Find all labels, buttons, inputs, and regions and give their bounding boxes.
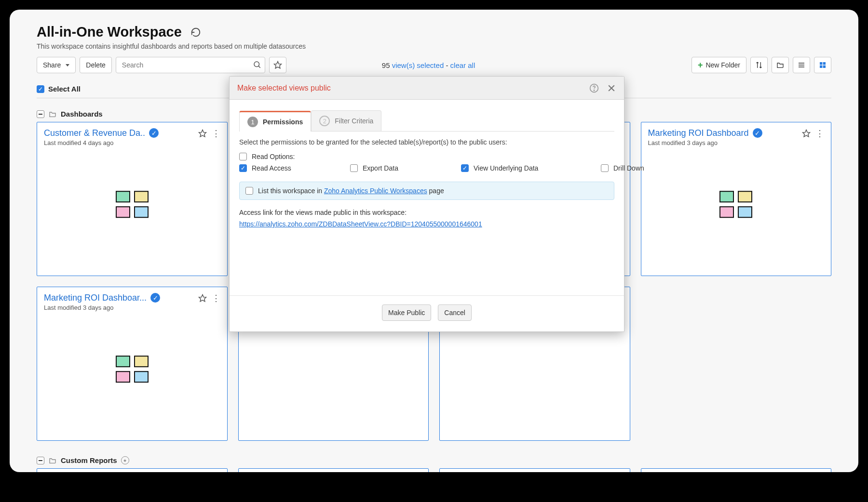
sort-button[interactable] xyxy=(750,57,768,73)
more-icon[interactable]: ⋮ xyxy=(212,128,220,139)
report-card[interactable] xyxy=(37,468,228,472)
card-modified: Last modified 4 days ago xyxy=(44,139,145,146)
cancel-button[interactable]: Cancel xyxy=(438,304,472,321)
svg-marker-2 xyxy=(274,62,281,68)
new-folder-button[interactable]: + New Folder xyxy=(692,57,746,73)
callout-text: List this workspace in Zoho Analytics Pu… xyxy=(258,187,444,195)
favorite-button[interactable] xyxy=(269,57,286,73)
svg-rect-8 xyxy=(820,66,822,68)
step-1-icon: 1 xyxy=(247,117,258,127)
report-card[interactable] xyxy=(238,468,429,472)
svg-marker-11 xyxy=(803,130,810,137)
dashboard-card[interactable]: Marketing ROI Dashboard Last modified 3 … xyxy=(641,122,832,276)
selection-count: 95 xyxy=(382,61,390,69)
drill-down-label: Drill Down xyxy=(613,164,644,172)
dashboard-thumbnail xyxy=(116,191,149,218)
folder-icon xyxy=(48,110,57,118)
dashboard-card[interactable]: Customer & Revenue Da.. Last modified 4 … xyxy=(37,122,228,276)
dashboard-thumbnail xyxy=(719,191,752,218)
star-icon[interactable] xyxy=(198,294,207,303)
tab-permissions[interactable]: 1 Permissions xyxy=(239,111,311,132)
selection-summary: 95 view(s) selected - clear all xyxy=(382,61,475,69)
star-icon[interactable] xyxy=(802,129,811,138)
dialog-title: Make selected views public xyxy=(237,84,331,92)
svg-rect-7 xyxy=(823,62,826,65)
report-card[interactable] xyxy=(439,468,630,472)
share-label: Share xyxy=(43,61,61,69)
page-subtitle: This workspace contains insightful dashb… xyxy=(37,42,831,50)
more-icon[interactable]: ⋮ xyxy=(815,128,824,139)
tab-filter-criteria[interactable]: 2 Filter Criteria xyxy=(311,110,381,131)
card-title[interactable]: Customer & Revenue Da.. xyxy=(44,128,145,138)
access-link[interactable]: https://analytics.zoho.com/ZDBDataSheetV… xyxy=(239,220,482,228)
make-public-dialog: Make selected views public 1 Permissions… xyxy=(229,76,624,332)
report-card[interactable] xyxy=(641,468,832,472)
views-selected-link[interactable]: view(s) selected xyxy=(392,61,444,69)
delete-button[interactable]: Delete xyxy=(80,57,111,73)
collapse-reports-toggle[interactable] xyxy=(37,457,44,464)
card-title[interactable]: Marketing ROI Dashboard xyxy=(648,128,749,138)
dashboard-thumbnail xyxy=(116,356,149,383)
folder-icon xyxy=(48,457,57,464)
more-icon[interactable]: ⋮ xyxy=(212,293,220,304)
export-data-label: Export Data xyxy=(363,164,398,172)
make-public-button[interactable]: Make Public xyxy=(382,304,431,321)
svg-marker-12 xyxy=(199,295,206,302)
plus-icon: + xyxy=(698,62,703,68)
list-view-button[interactable] xyxy=(793,57,810,73)
app-window: All-in-One Workspace This workspace cont… xyxy=(10,10,858,472)
verified-badge-icon: ✓ xyxy=(150,293,160,303)
favorite-section-icon[interactable] xyxy=(121,456,129,464)
help-icon[interactable] xyxy=(589,83,599,93)
read-options-checkbox[interactable] xyxy=(239,153,247,160)
step-2-icon: 2 xyxy=(319,116,330,126)
folder-view-button[interactable] xyxy=(772,57,789,73)
list-workspace-checkbox[interactable] xyxy=(245,187,253,195)
tab-filter-label: Filter Criteria xyxy=(335,117,373,125)
grid-view-button[interactable] xyxy=(814,57,831,73)
page-title: All-in-One Workspace xyxy=(37,24,182,40)
card-title[interactable]: Marketing ROI Dashboar... xyxy=(44,293,147,303)
svg-rect-9 xyxy=(823,66,826,68)
new-folder-label: New Folder xyxy=(705,61,740,69)
select-all-label: Select All xyxy=(48,85,81,93)
svg-marker-10 xyxy=(199,130,206,137)
view-underlying-checkbox[interactable] xyxy=(461,164,469,172)
search-input[interactable] xyxy=(116,57,265,73)
collapse-dashboards-toggle[interactable] xyxy=(37,110,44,118)
refresh-icon[interactable] xyxy=(190,27,201,38)
custom-reports-label: Custom Reports xyxy=(61,456,117,464)
access-link-label: Access link for the views made public in… xyxy=(239,209,614,216)
export-data-checkbox[interactable] xyxy=(350,164,358,172)
select-all-checkbox[interactable] xyxy=(37,85,44,93)
card-modified: Last modified 3 days ago xyxy=(648,139,749,146)
clear-all-link[interactable]: clear all xyxy=(450,61,475,69)
svg-point-14 xyxy=(594,90,594,90)
permissions-intro: Select the permissions to be granted for… xyxy=(239,138,614,146)
verified-badge-icon: ✓ xyxy=(753,128,762,138)
chevron-down-icon xyxy=(66,64,69,66)
view-underlying-label: View Underlying Data xyxy=(474,164,538,172)
card-modified: Last modified 3 days ago xyxy=(44,304,147,311)
dashboards-label: Dashboards xyxy=(61,110,103,118)
read-access-label: Read Access xyxy=(252,164,291,172)
verified-badge-icon: ✓ xyxy=(149,128,159,138)
svg-rect-6 xyxy=(820,62,822,65)
public-workspaces-link[interactable]: Zoho Analytics Public Workspaces xyxy=(324,187,427,195)
read-options-label: Read Options: xyxy=(252,153,295,160)
dashboard-card[interactable]: Marketing ROI Dashboar... Last modified … xyxy=(37,287,228,441)
star-icon[interactable] xyxy=(198,129,207,138)
tab-permissions-label: Permissions xyxy=(263,118,303,126)
drill-down-checkbox[interactable] xyxy=(601,164,609,172)
share-button[interactable]: Share xyxy=(37,57,76,73)
read-access-checkbox[interactable] xyxy=(239,164,247,172)
close-icon[interactable] xyxy=(607,83,616,93)
